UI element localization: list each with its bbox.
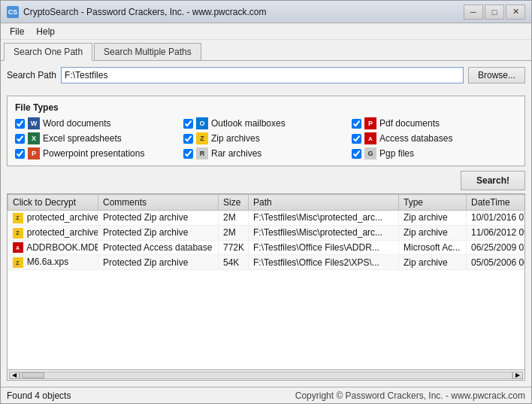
file-type-access[interactable]: A Access databases bbox=[352, 132, 517, 144]
table-row[interactable]: A ADDRBOOK.MDB Protected Access database… bbox=[8, 240, 525, 255]
file-type-pgp[interactable]: G Pgp files bbox=[352, 147, 517, 159]
status-left: Found 4 objects bbox=[7, 390, 295, 401]
cell-type: Zip archive bbox=[399, 225, 467, 240]
file-types-group: File Types W Word documents O Outlook ma… bbox=[7, 96, 525, 166]
checkbox-pgp[interactable] bbox=[352, 149, 361, 159]
checkbox-ppt[interactable] bbox=[15, 149, 25, 159]
window-controls: ─ □ ✕ bbox=[464, 5, 525, 20]
col-header-comments[interactable]: Comments bbox=[98, 195, 219, 211]
pdf-label: Pdf documents bbox=[379, 118, 440, 129]
scrollbar-thumb[interactable] bbox=[22, 372, 44, 378]
cell-path: F:\Testfiles\Misc\protected_arc... bbox=[249, 225, 399, 240]
scroll-right-arrow[interactable]: ▶ bbox=[512, 372, 523, 379]
checkbox-outlook[interactable] bbox=[183, 119, 193, 129]
results-scroll[interactable]: Click to Decrypt Comments Size Path Type… bbox=[8, 194, 524, 369]
access-label: Access databases bbox=[379, 133, 452, 144]
checkbox-excel[interactable] bbox=[15, 134, 25, 144]
cell-comments: Protected Zip archive bbox=[98, 211, 219, 226]
access-icon: A bbox=[364, 132, 376, 144]
excel-icon: X bbox=[28, 132, 40, 144]
cell-datetime: 06/25/2009 03:59:00... bbox=[467, 240, 525, 255]
checkbox-word[interactable] bbox=[15, 119, 25, 129]
cell-path: F:\Testfiles\Misc\protected_arc... bbox=[249, 211, 399, 226]
maximize-button[interactable]: □ bbox=[485, 5, 504, 20]
file-type-zip[interactable]: Z Zip archives bbox=[183, 132, 349, 144]
checkbox-pdf[interactable] bbox=[352, 119, 361, 129]
checkbox-access[interactable] bbox=[352, 134, 361, 144]
cell-type: Zip archive bbox=[399, 211, 467, 226]
search-path-input[interactable] bbox=[61, 67, 464, 84]
rar-label: Rar archives bbox=[211, 148, 261, 159]
title-bar: CS CryptoSearch - Password Crackers, Inc… bbox=[1, 1, 531, 23]
zip-label: Zip archives bbox=[211, 133, 260, 144]
ppt-label: Powerpoint presentations bbox=[43, 148, 144, 159]
cell-type: Zip archive bbox=[399, 255, 467, 270]
cell-comments: Protected Access database bbox=[98, 240, 219, 255]
menu-bar: File Help bbox=[1, 23, 531, 40]
outlook-label: Outlook mailboxes bbox=[211, 118, 286, 129]
cell-size: 2M bbox=[219, 225, 249, 240]
cell-name: Z protected_archive... bbox=[8, 211, 98, 226]
cell-name: Z protected_archive... bbox=[8, 225, 98, 240]
file-type-rar[interactable]: R Rar archives bbox=[183, 147, 349, 159]
close-button[interactable]: ✕ bbox=[506, 5, 525, 20]
app-icon: CS bbox=[7, 6, 19, 18]
file-type-ppt[interactable]: P Powerpoint presentations bbox=[15, 147, 180, 159]
rar-icon: R bbox=[196, 147, 208, 159]
tab-search-one-path[interactable]: Search One Path bbox=[4, 43, 92, 61]
table-row[interactable]: Z protected_archive... Protected Zip arc… bbox=[8, 225, 525, 240]
pgp-label: Pgp files bbox=[379, 148, 414, 159]
results-table-container: Click to Decrypt Comments Size Path Type… bbox=[7, 193, 525, 381]
cell-comments: Protected Zip archive bbox=[98, 225, 219, 240]
tab-search-multiple-paths[interactable]: Search Multiple Paths bbox=[94, 43, 201, 60]
search-btn-row: Search! bbox=[7, 171, 525, 190]
main-window: CS CryptoSearch - Password Crackers, Inc… bbox=[0, 0, 532, 404]
status-right: Copyright © Password Crackers, Inc. - ww… bbox=[295, 390, 525, 401]
table-row[interactable]: Z protected_archive... Protected Zip arc… bbox=[8, 211, 525, 226]
cell-datetime: 10/01/2016 07:22:20... bbox=[467, 211, 525, 226]
col-header-datetime[interactable]: DateTime bbox=[467, 195, 525, 211]
excel-label: Excel spreadsheets bbox=[43, 133, 122, 144]
file-type-excel[interactable]: X Excel spreadsheets bbox=[15, 132, 180, 144]
col-header-name[interactable]: Click to Decrypt bbox=[8, 195, 98, 211]
zip-icon: Z bbox=[196, 132, 208, 144]
cell-datetime: 11/06/2012 09:52:30... bbox=[467, 225, 525, 240]
status-bar: Found 4 objects Copyright © Password Cra… bbox=[1, 387, 531, 403]
scrollbar-track[interactable] bbox=[20, 372, 512, 379]
cell-name: Z M6.6a.xps bbox=[8, 255, 98, 270]
search-path-row: Search Path Browse... bbox=[7, 67, 525, 84]
cell-path: F:\Testfiles\Office Files\ADDR... bbox=[249, 240, 399, 255]
minimize-button[interactable]: ─ bbox=[464, 5, 483, 20]
checkbox-rar[interactable] bbox=[183, 149, 193, 159]
cell-size: 54K bbox=[219, 255, 249, 270]
word-icon: W bbox=[28, 117, 40, 129]
browse-button[interactable]: Browse... bbox=[468, 67, 525, 84]
file-type-pdf[interactable]: P Pdf documents bbox=[352, 117, 517, 129]
content-area: Search Path Browse... File Types W Word … bbox=[1, 61, 531, 387]
ppt-icon: P bbox=[28, 147, 40, 159]
table-row[interactable]: Z M6.6a.xps Protected Zip archive 54K F:… bbox=[8, 255, 525, 270]
cell-type: Microsoft Ac... bbox=[399, 240, 467, 255]
cell-comments: Protected Zip archive bbox=[98, 255, 219, 270]
menu-file[interactable]: File bbox=[4, 25, 30, 38]
search-button[interactable]: Search! bbox=[461, 171, 525, 190]
file-types-title: File Types bbox=[15, 102, 517, 113]
cell-size: 2M bbox=[219, 211, 249, 226]
cell-name: A ADDRBOOK.MDB bbox=[8, 240, 98, 255]
horizontal-scrollbar[interactable]: ◀ ▶ bbox=[8, 369, 524, 380]
pgp-icon: G bbox=[364, 147, 376, 159]
col-header-path[interactable]: Path bbox=[249, 195, 399, 211]
col-header-type[interactable]: Type bbox=[399, 195, 467, 211]
window-title: CryptoSearch - Password Crackers, Inc. -… bbox=[23, 7, 464, 17]
results-table: Click to Decrypt Comments Size Path Type… bbox=[8, 194, 524, 270]
cell-path: F:\Testfiles\Office Files2\XPS\... bbox=[249, 255, 399, 270]
file-type-outlook[interactable]: O Outlook mailboxes bbox=[183, 117, 349, 129]
col-header-size[interactable]: Size bbox=[219, 195, 249, 211]
pdf-icon: P bbox=[364, 117, 376, 129]
word-label: Word documents bbox=[43, 118, 111, 129]
file-type-word[interactable]: W Word documents bbox=[15, 117, 180, 129]
menu-help[interactable]: Help bbox=[30, 25, 61, 38]
cell-size: 772K bbox=[219, 240, 249, 255]
checkbox-zip[interactable] bbox=[183, 134, 193, 144]
scroll-left-arrow[interactable]: ◀ bbox=[9, 372, 20, 379]
